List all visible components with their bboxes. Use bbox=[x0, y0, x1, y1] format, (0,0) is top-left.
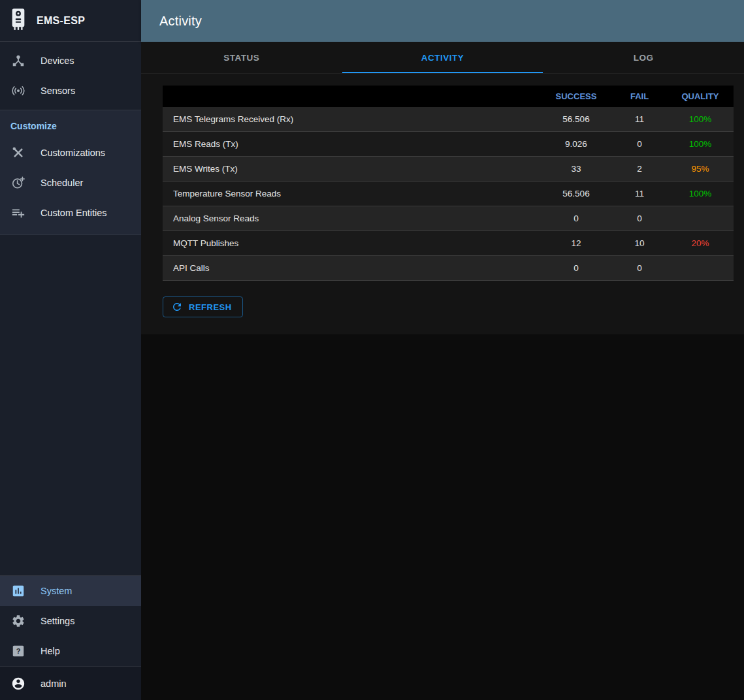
sidebar-item-help[interactable]: ? Help bbox=[0, 636, 141, 666]
refresh-icon bbox=[171, 301, 183, 313]
quality-value: 95% bbox=[667, 157, 734, 182]
tab-log[interactable]: LOG bbox=[543, 42, 744, 73]
metric-name: API Calls bbox=[163, 256, 540, 281]
page-title: Activity bbox=[159, 14, 202, 29]
fail-column-header: FAIL bbox=[612, 86, 667, 107]
sidebar-item-sensors[interactable]: Sensors bbox=[0, 76, 141, 106]
table-row: EMS Writes (Tx)33295% bbox=[163, 157, 734, 182]
sidebar-item-label: Help bbox=[40, 646, 60, 656]
sidebar-item-label: Custom Entities bbox=[40, 208, 107, 218]
table-row: MQTT Publishes121020% bbox=[163, 231, 734, 256]
success-value: 56.506 bbox=[540, 107, 612, 132]
success-value: 9.026 bbox=[540, 132, 612, 157]
sidebar-item-system[interactable]: System bbox=[0, 576, 141, 606]
sidebar-item-settings[interactable]: Settings bbox=[0, 606, 141, 636]
tab-bar: STATUS ACTIVITY LOG bbox=[141, 42, 744, 74]
help-icon: ? bbox=[10, 643, 26, 659]
success-value: 0 bbox=[540, 256, 612, 281]
tab-activity[interactable]: ACTIVITY bbox=[342, 42, 543, 73]
table-row: EMS Reads (Tx)9.0260100% bbox=[163, 132, 734, 157]
user-name: admin bbox=[40, 678, 67, 689]
sidebar-item-label: Devices bbox=[40, 56, 74, 66]
sidebar-bottom-nav: System Settings ? Help bbox=[0, 575, 141, 666]
table-row: Temperature Sensor Reads56.50611100% bbox=[163, 182, 734, 206]
gear-icon bbox=[10, 613, 26, 629]
quality-value: 100% bbox=[667, 107, 734, 132]
content: STATUS ACTIVITY LOG SUCCESS bbox=[141, 42, 744, 700]
sidebar-item-scheduler[interactable]: Scheduler bbox=[0, 168, 141, 198]
fail-value: 0 bbox=[612, 256, 667, 281]
success-value: 33 bbox=[540, 157, 612, 182]
sidebar-main-nav: Devices Sensors bbox=[0, 42, 141, 110]
fail-value: 0 bbox=[612, 206, 667, 231]
table-header-row: SUCCESS FAIL QUALITY bbox=[163, 86, 734, 107]
device-hub-icon bbox=[10, 53, 26, 69]
success-value: 56.506 bbox=[540, 182, 612, 206]
sidebar-item-label: Settings bbox=[40, 616, 74, 626]
activity-table: SUCCESS FAIL QUALITY EMS Telegrams Recei… bbox=[163, 86, 734, 281]
metric-name: EMS Reads (Tx) bbox=[163, 132, 540, 157]
fail-value: 11 bbox=[612, 182, 667, 206]
analytics-icon bbox=[10, 583, 26, 599]
sidebar-item-label: Scheduler bbox=[40, 178, 83, 188]
table-row: EMS Telegrams Received (Rx)56.50611100% bbox=[163, 107, 734, 132]
construction-icon bbox=[10, 145, 26, 161]
playlist-add-icon bbox=[10, 205, 26, 221]
table-row: Analog Sensor Reads00 bbox=[163, 206, 734, 231]
success-value: 0 bbox=[540, 206, 612, 231]
table-row: API Calls00 bbox=[163, 256, 734, 281]
sidebar-header: EMS-ESP bbox=[0, 0, 141, 42]
success-column-header: SUCCESS bbox=[540, 86, 612, 107]
quality-value: 20% bbox=[667, 231, 734, 256]
metric-name: EMS Telegrams Received (Rx) bbox=[163, 107, 540, 132]
quality-value bbox=[667, 256, 734, 281]
quality-column-header: QUALITY bbox=[667, 86, 734, 107]
activity-card: STATUS ACTIVITY LOG SUCCESS bbox=[141, 42, 744, 334]
sidebar-item-label: Customizations bbox=[40, 148, 105, 158]
scheduler-icon bbox=[10, 175, 26, 191]
sidebar-item-label: System bbox=[40, 586, 72, 596]
metric-name: Analog Sensor Reads bbox=[163, 206, 540, 231]
sidebar-item-label: Sensors bbox=[40, 86, 75, 96]
quality-value: 100% bbox=[667, 132, 734, 157]
app-logo-icon bbox=[9, 7, 27, 35]
quality-value bbox=[667, 206, 734, 231]
appbar: Activity bbox=[141, 0, 744, 42]
sensors-icon bbox=[10, 83, 26, 99]
customize-section-header: Customize bbox=[0, 110, 141, 138]
success-value: 12 bbox=[540, 231, 612, 256]
quality-value: 100% bbox=[667, 182, 734, 206]
metric-name: MQTT Publishes bbox=[163, 231, 540, 256]
customize-section: Customize Customizations Scheduler bbox=[0, 110, 141, 235]
sidebar-spacer bbox=[0, 235, 141, 575]
fail-value: 10 bbox=[612, 231, 667, 256]
metric-name: EMS Writes (Tx) bbox=[163, 157, 540, 182]
tab-status[interactable]: STATUS bbox=[141, 42, 342, 73]
fail-value: 0 bbox=[612, 132, 667, 157]
refresh-button[interactable]: REFRESH bbox=[163, 296, 243, 317]
activity-table-body: EMS Telegrams Received (Rx)56.50611100%E… bbox=[163, 107, 734, 281]
metric-column-header bbox=[163, 86, 540, 107]
sidebar: EMS-ESP Devices Sensors bbox=[0, 0, 141, 700]
app-name: EMS-ESP bbox=[37, 15, 85, 27]
metric-name: Temperature Sensor Reads bbox=[163, 182, 540, 206]
refresh-button-label: REFRESH bbox=[189, 302, 232, 312]
fail-value: 2 bbox=[612, 157, 667, 182]
sidebar-item-devices[interactable]: Devices bbox=[0, 46, 141, 76]
sidebar-item-custom-entities[interactable]: Custom Entities bbox=[0, 198, 141, 228]
sidebar-item-customizations[interactable]: Customizations bbox=[0, 138, 141, 168]
main-area: Activity STATUS ACTIVITY LOG bbox=[141, 0, 744, 700]
fail-value: 11 bbox=[612, 107, 667, 132]
user-row[interactable]: admin bbox=[0, 666, 141, 700]
svg-text:?: ? bbox=[16, 647, 21, 655]
account-icon bbox=[10, 676, 26, 692]
